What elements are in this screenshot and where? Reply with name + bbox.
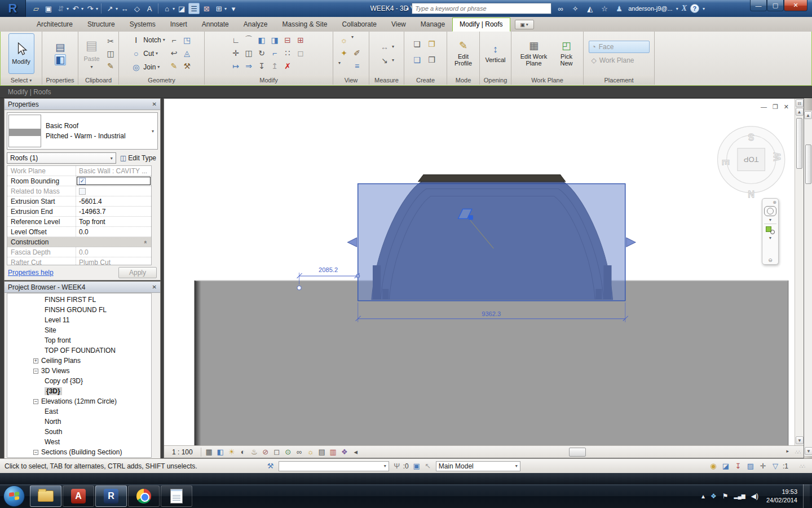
create-parts-icon[interactable]: ❒	[426, 54, 438, 65]
application-menu-button[interactable]: R	[0, 0, 26, 17]
tab-collaborate[interactable]: Collaborate	[335, 17, 384, 32]
taskbar-explorer-button[interactable]	[30, 485, 61, 507]
pin-icon[interactable]: ↧	[256, 60, 267, 72]
tree-item[interactable]: +Ceiling Plans	[7, 356, 151, 366]
tree-item-label[interactable]: TOP OF FOUNDATION	[45, 347, 116, 354]
worksets-icon[interactable]: ⚒	[265, 461, 276, 471]
tree-item-label[interactable]: North	[45, 418, 61, 426]
create-assembly-icon[interactable]: ❑	[412, 54, 423, 65]
browser-scroll-thumb[interactable]	[805, 144, 811, 184]
edit-work-plane-button[interactable]: ▦ Edit Work Plane	[516, 40, 552, 67]
sun-path-icon[interactable]: ☀	[226, 447, 237, 457]
pick-new-work-plane-button[interactable]: ◰ Pick New	[554, 40, 579, 67]
property-row[interactable]: Fascia Depth0.0	[7, 247, 151, 257]
property-value[interactable]: ✓	[76, 176, 151, 186]
trim-extend-corner-icon[interactable]: ⌐	[269, 47, 280, 59]
unjoin-geometry-icon[interactable]: ◬	[182, 47, 193, 59]
property-value[interactable]	[76, 186, 151, 196]
property-row[interactable]: Construction«	[7, 237, 151, 247]
view-minimize-icon[interactable]: —	[761, 103, 767, 111]
property-value[interactable]: Plumb Cut	[76, 257, 151, 265]
taskbar-notepad-button[interactable]	[161, 485, 192, 507]
view-restore-icon[interactable]: ❐	[773, 103, 778, 111]
scroll-split-icon[interactable]: ⊟	[796, 99, 804, 107]
properties-palette-toggle[interactable]: ◧	[55, 54, 66, 65]
notch-button[interactable]: Ι Notch▾	[129, 34, 166, 46]
property-value[interactable]: 0.0	[76, 247, 151, 257]
help-button[interactable]: ?	[690, 4, 699, 13]
taskbar-clock[interactable]: 19:53 24/02/2014	[766, 488, 797, 505]
close-button[interactable]: ✕	[784, 0, 807, 11]
mirror-draw-axis-icon[interactable]: ◨	[269, 34, 280, 46]
tree-item[interactable]: West	[7, 437, 151, 447]
placement-face-button[interactable]: ◔ Face	[589, 41, 650, 53]
offset-geometry-icon[interactable]: ↩	[169, 47, 180, 59]
press-drag-icon[interactable]: ↖	[422, 461, 434, 471]
communication-center-icon[interactable]: ◭	[584, 3, 595, 14]
scroll-right-icon[interactable]: ▸	[786, 448, 789, 454]
customize-qat-icon[interactable]: ▾	[228, 3, 239, 14]
apply-button[interactable]: Apply	[118, 267, 157, 278]
close-hidden-windows-icon[interactable]: ⊠	[201, 3, 212, 14]
tree-item-label[interactable]: FINSH FIRST FL	[45, 296, 96, 304]
taskbar-autocad-button[interactable]: A	[63, 485, 94, 507]
user-menu-caret-icon[interactable]: ▾	[676, 6, 678, 11]
expand-arrow-icon[interactable]: ◂	[350, 447, 361, 457]
create-similar-icon[interactable]: ❐	[426, 38, 438, 50]
view-cube[interactable]: S N E W TOP	[718, 126, 785, 200]
tab-view[interactable]: View	[384, 17, 413, 32]
project-browser-header[interactable]: Project Browser - WEEK4 ✕	[5, 282, 160, 293]
displacement-sets-icon[interactable]: ❖	[339, 447, 350, 457]
dropbox-icon[interactable]: ❖	[710, 492, 717, 500]
rotate-icon[interactable]: ↻	[256, 47, 267, 59]
create-group-icon[interactable]: ❏	[412, 38, 423, 50]
mirror-pick-axis-icon[interactable]: ◧	[256, 34, 267, 46]
tree-item-label[interactable]: South	[45, 428, 62, 436]
wheel-options-caret-icon[interactable]: ▼	[769, 218, 773, 222]
tab-structure[interactable]: Structure	[80, 17, 122, 32]
measure-between-icon-button[interactable]: ↘▾	[378, 54, 395, 67]
tab-architecture[interactable]: Architecture	[29, 17, 80, 32]
tree-item-label[interactable]: West	[45, 438, 60, 446]
unlocked-view-icon[interactable]: ⊙	[283, 447, 294, 457]
crop-view-icon[interactable]: ⊘	[260, 447, 271, 457]
temporary-hide-isolate-icon[interactable]: ∞	[294, 447, 305, 457]
save-icon[interactable]: ▣	[43, 3, 54, 14]
building-mass[interactable]	[196, 281, 788, 445]
placement-work-plane-button[interactable]: ◇ Work Plane	[589, 54, 650, 67]
section-icon[interactable]: ◪	[176, 3, 187, 14]
tree-item-label[interactable]: 3D Views	[41, 367, 69, 375]
property-value[interactable]: Basic Wall : CAVITY ...	[76, 166, 151, 176]
cut-to-clipboard-icon[interactable]: ✂	[105, 36, 116, 47]
canvas-vertical-scrollbar[interactable]: ⊟ ▲ ▼	[795, 99, 804, 445]
properties-close-icon[interactable]: ✕	[152, 101, 157, 107]
property-row[interactable]: Rafter CutPlumb Cut	[7, 257, 151, 265]
delete-icon[interactable]: ✗	[282, 60, 293, 72]
tree-expander-icon[interactable]: −	[33, 450, 38, 455]
action-center-flag-icon[interactable]: ⚑	[722, 492, 729, 500]
measure-icon[interactable]: ↗	[104, 3, 116, 14]
wall-joins-icon[interactable]: ◳	[182, 34, 193, 46]
show-desktop-button[interactable]	[803, 484, 810, 508]
view-scale-button[interactable]: 1 : 100	[166, 447, 198, 457]
crop-region-icon[interactable]: ◻	[271, 447, 283, 457]
property-row[interactable]: Extrusion End-14963.7	[7, 207, 151, 217]
select-by-face-icon[interactable]: ▨	[745, 461, 756, 471]
show-rendering-icon[interactable]: ♨	[249, 447, 260, 457]
select-underlay-icon[interactable]: ◪	[720, 461, 731, 471]
infocenter-collapse-icon[interactable]: ◂	[406, 6, 409, 11]
select-pinned-icon[interactable]: ↧	[732, 461, 744, 471]
redo-caret-icon[interactable]: ▾	[96, 6, 98, 11]
tree-item[interactable]: South	[7, 427, 151, 437]
array-icon[interactable]: ∷	[282, 47, 293, 59]
measure-caret-icon[interactable]: ▾	[116, 6, 118, 11]
resize-grip-icon[interactable]: ∴∴	[795, 449, 802, 456]
align-icon[interactable]: ∟	[230, 34, 241, 46]
edit-profile-geometry-icon[interactable]: ✎	[169, 60, 180, 72]
tree-item[interactable]: Top front	[7, 335, 151, 345]
view-visibility-icon[interactable]: ☼	[338, 34, 350, 46]
network-signal-icon[interactable]: ▂▄▆	[734, 493, 745, 499]
analytical-model-icon[interactable]: ▥	[328, 447, 339, 457]
material-takeoff-icon[interactable]: ▤	[55, 42, 66, 53]
horizontal-scroll-thumb[interactable]	[569, 448, 586, 457]
